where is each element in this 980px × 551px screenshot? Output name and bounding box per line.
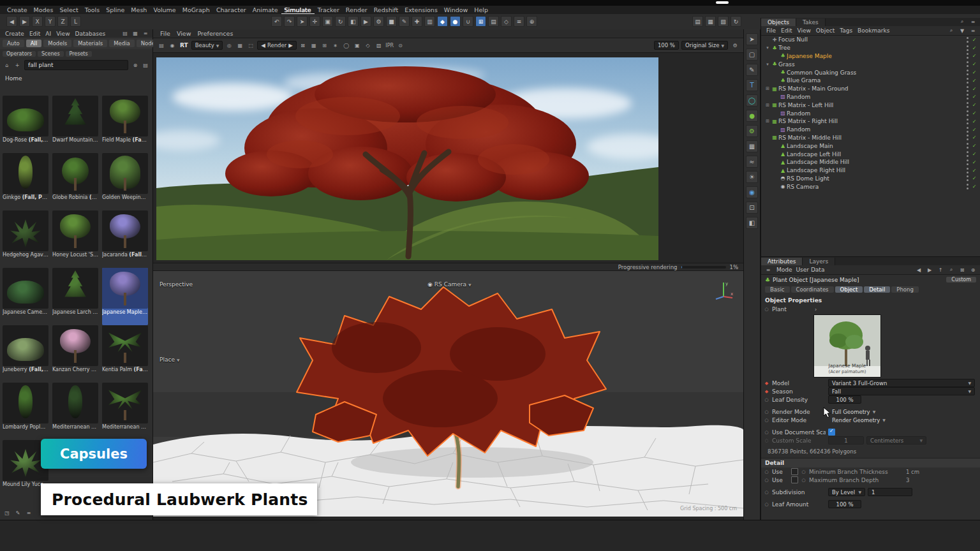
attribute-section-tab[interactable]: Object: [835, 286, 863, 293]
rail-tool-icon[interactable]: ⚙: [746, 125, 758, 137]
toolbar-icon[interactable]: ⚙: [373, 16, 384, 27]
object-menu-item[interactable]: File: [764, 27, 778, 34]
object-name[interactable]: Landscape Main: [787, 143, 833, 149]
object-name[interactable]: Random: [787, 94, 810, 100]
render-viewport[interactable]: [156, 57, 658, 260]
visibility-dots[interactable]: [966, 85, 970, 92]
menu-item[interactable]: Tracker: [315, 6, 343, 13]
menu-item[interactable]: Select: [56, 6, 81, 13]
category-chip[interactable]: Presets: [66, 51, 92, 57]
object-name[interactable]: Common Quaking Grass: [787, 70, 856, 76]
rail-tool-icon[interactable]: ▢: [746, 48, 758, 61]
render-toolbar-icon[interactable]: ◯: [342, 41, 351, 50]
burger-icon[interactable]: ≡: [764, 265, 773, 274]
object-tree-row[interactable]: ▲ Landscape Middle Hill F ✓: [761, 158, 980, 166]
rail-tool-icon[interactable]: ➤: [746, 33, 758, 45]
object-menu-item[interactable]: Object: [813, 27, 837, 34]
place-tool-label[interactable]: Place ▼: [160, 356, 180, 363]
enabled-checkmark[interactable]: ✓: [971, 37, 977, 43]
toolbar-icon[interactable]: ◇: [501, 16, 512, 27]
enabled-checkmark[interactable]: ✓: [971, 184, 977, 189]
category-chip[interactable]: Operators: [3, 51, 36, 57]
visibility-dots[interactable]: [966, 142, 970, 149]
toolbar-icon[interactable]: ■: [386, 16, 397, 27]
enabled-checkmark[interactable]: ✓: [971, 119, 977, 124]
rail-tool-icon[interactable]: ●: [746, 110, 758, 122]
menu-item[interactable]: Simulate: [281, 6, 315, 14]
manager-tab-icon[interactable]: ≡: [969, 17, 977, 26]
keyframe-marker[interactable]: [764, 418, 769, 423]
object-menu-icon[interactable]: ⌕: [947, 26, 956, 35]
keyframe-marker[interactable]: [764, 478, 769, 483]
attribute-row[interactable]: Leaf Amount 100 %▼ ▼: [761, 500, 980, 508]
render-toolbar-icon[interactable]: ▧: [375, 41, 383, 50]
gear-icon[interactable]: ⚙: [731, 41, 739, 50]
expander-icon[interactable]: ▾: [764, 45, 771, 50]
attribute-row[interactable]: Model Variant 3 Full-Grown▼ ▼: [761, 379, 980, 387]
visibility-dots[interactable]: [966, 36, 970, 43]
object-name[interactable]: RS Matrix - Left Hill: [778, 102, 833, 108]
render-view-menu-item[interactable]: File: [157, 30, 174, 37]
toolbar-icon[interactable]: ▥: [424, 16, 435, 27]
category-chip[interactable]: Scenes: [38, 51, 64, 57]
filter-chip[interactable]: All: [26, 40, 42, 47]
prev-render-icon[interactable]: ◀: [261, 42, 265, 48]
attribute-value[interactable]: 100 %▼: [828, 395, 861, 404]
object-name[interactable]: RS Dome Light: [787, 175, 829, 182]
visibility-dots[interactable]: [966, 110, 970, 117]
keyframe-marker[interactable]: [764, 409, 769, 415]
plant-asset-tile[interactable]: Golden Weeping Willow (Fall, Plant): [102, 153, 148, 210]
toolbar-icon[interactable]: ↻: [335, 16, 346, 27]
render-pass-dropdown[interactable]: Beauty▼: [191, 41, 223, 50]
checkbox[interactable]: [828, 429, 835, 436]
keyframe-marker[interactable]: [764, 381, 769, 386]
toolbar-icon[interactable]: ▣: [322, 16, 333, 27]
visibility-dots[interactable]: [966, 175, 970, 182]
keyframe-marker[interactable]: [764, 469, 769, 474]
object-tree-row[interactable]: ⊞ ▦ RS Matrix - Main Ground F ✓: [761, 85, 980, 93]
keyframe-marker[interactable]: [801, 469, 806, 474]
attribute-nav-icon[interactable]: ⊠: [958, 265, 967, 274]
expander-icon[interactable]: ⊞: [764, 119, 771, 124]
object-tree-row[interactable]: ▨ Random F ✓: [761, 93, 980, 101]
object-tree-row[interactable]: ▨ Random F ✓: [761, 126, 980, 134]
attribute-row[interactable]: Leaf Density 100 %▼ ▼: [761, 395, 980, 404]
toolbar-icon[interactable]: ▶: [360, 16, 371, 27]
render-toolbar-icon[interactable]: ▤: [157, 41, 166, 50]
object-tree-row[interactable]: ◓ RS Dome Light F ✓: [761, 175, 980, 183]
menu-item[interactable]: Modes: [31, 6, 57, 13]
manager-tab[interactable]: Objects: [761, 18, 796, 26]
toolbar-icon[interactable]: Z: [57, 16, 68, 27]
toolbar-icon[interactable]: ⊕: [526, 16, 537, 27]
expander-icon[interactable]: ▾: [764, 62, 771, 67]
object-tree-row[interactable]: ▲ Landscape Left Hill F ✓: [761, 150, 980, 158]
enabled-checkmark[interactable]: ✓: [971, 86, 977, 92]
object-name[interactable]: Japanese Maple: [787, 53, 832, 59]
menu-item[interactable]: Window: [441, 6, 471, 13]
visibility-dots[interactable]: [966, 52, 970, 59]
render-toolbar-icon[interactable]: ◉: [168, 41, 177, 50]
enabled-checkmark[interactable]: ✓: [971, 135, 977, 140]
keyframe-marker[interactable]: [764, 397, 769, 402]
keyframe-marker[interactable]: [764, 389, 769, 394]
enabled-checkmark[interactable]: ✓: [971, 151, 977, 157]
enabled-checkmark[interactable]: ✓: [971, 102, 977, 108]
asset-menu-item[interactable]: AI: [43, 31, 54, 37]
enabled-checkmark[interactable]: ✓: [971, 61, 977, 67]
enabled-checkmark[interactable]: ✓: [971, 175, 977, 181]
toolbar-icon[interactable]: ➤: [297, 16, 308, 27]
toolbar-icon[interactable]: ✚: [412, 16, 422, 27]
footer-icon[interactable]: ✎: [13, 508, 22, 517]
plant-asset-tile[interactable]: Honey Locust 'Sunburst' (Fall, Plant): [52, 210, 98, 268]
zoom-level-field[interactable]: 100 %: [654, 41, 679, 50]
toolbar-icon[interactable]: ▤: [692, 16, 703, 27]
visibility-dots[interactable]: [966, 93, 970, 100]
menu-item[interactable]: Mesh: [128, 6, 150, 13]
keyframe-marker[interactable]: [764, 307, 769, 312]
keyframe-marker[interactable]: [764, 438, 769, 443]
active-camera-label[interactable]: ◉ RS Camera ▼: [427, 281, 471, 288]
plant-parameter-row[interactable]: Plant ›: [761, 305, 980, 313]
object-menu-item[interactable]: Tags: [837, 27, 855, 34]
attribute-row[interactable]: Render Mode Full Geometry▼ ▼: [761, 408, 980, 416]
visibility-dots[interactable]: [966, 61, 970, 68]
